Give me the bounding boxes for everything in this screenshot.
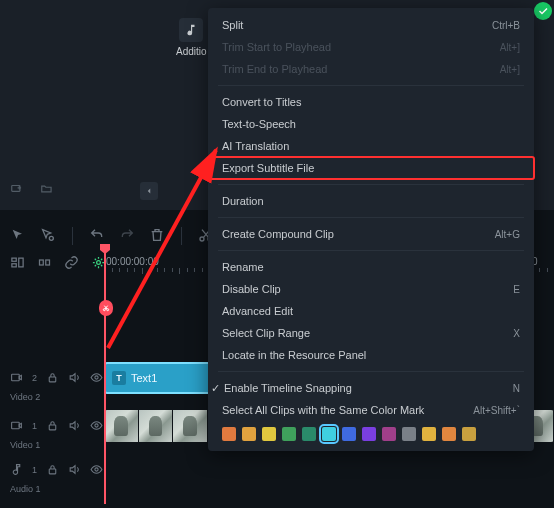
track-label-audio1: Audio 1 [10, 484, 41, 494]
playhead[interactable] [104, 244, 106, 504]
color-swatch[interactable] [222, 427, 236, 441]
ctx-split[interactable]: SplitCtrl+B [208, 14, 534, 36]
color-swatch[interactable] [342, 427, 356, 441]
svg-rect-12 [12, 374, 20, 381]
svg-point-1 [49, 236, 53, 240]
color-swatch[interactable] [322, 427, 336, 441]
ctx-convert-titles[interactable]: Convert to Titles [208, 91, 534, 113]
color-swatch[interactable] [402, 427, 416, 441]
folder-icon[interactable] [40, 182, 54, 198]
ctx-export-subtitle[interactable]: Export Subtitle File [208, 157, 534, 179]
text-clip-icon: T [112, 371, 126, 385]
color-swatch[interactable] [242, 427, 256, 441]
check-icon: ✓ [208, 382, 222, 395]
addition-label: Additio [176, 46, 206, 57]
ctx-trim-start: Trim Start to PlayheadAlt+] [208, 36, 534, 58]
collapse-panel-button[interactable] [140, 182, 158, 200]
color-swatch[interactable] [422, 427, 436, 441]
visibility-icon[interactable] [90, 419, 103, 434]
color-swatch[interactable] [462, 427, 476, 441]
svg-rect-16 [49, 424, 56, 429]
svg-rect-15 [12, 422, 20, 429]
visibility-icon[interactable] [90, 463, 103, 478]
ctx-rename[interactable]: Rename [208, 256, 534, 278]
svg-point-9 [97, 260, 101, 264]
color-swatch[interactable] [442, 427, 456, 441]
track-label-video1: Video 1 [10, 440, 40, 450]
context-menu: SplitCtrl+B Trim Start to PlayheadAlt+] … [208, 8, 534, 451]
track-index: 1 [32, 465, 37, 475]
cut-marker[interactable] [99, 300, 113, 316]
lock-icon[interactable] [46, 463, 59, 478]
ctx-separator [218, 85, 524, 86]
ctx-separator [218, 371, 524, 372]
lock-icon[interactable] [46, 371, 59, 386]
ctx-ai-translation[interactable]: AI Translation [208, 135, 534, 157]
ctx-advanced-edit[interactable]: Advanced Edit [208, 300, 534, 322]
separator [72, 227, 73, 245]
svg-rect-5 [12, 263, 16, 266]
color-swatch[interactable] [362, 427, 376, 441]
color-swatch[interactable] [382, 427, 396, 441]
track-head-video2: 2 [0, 360, 104, 396]
link-icon[interactable] [64, 255, 79, 272]
track-layout-icon[interactable] [10, 255, 25, 272]
ctx-trim-end: Trim End to PlayheadAlt+] [208, 58, 534, 80]
track-label-video2: Video 2 [10, 392, 40, 402]
ctx-disable-clip[interactable]: Disable ClipE [208, 278, 534, 300]
svg-rect-7 [40, 260, 44, 265]
track-index: 1 [32, 421, 37, 431]
color-swatch[interactable] [262, 427, 276, 441]
track-audio1: 1 [0, 456, 554, 484]
new-folder-icon[interactable] [10, 182, 24, 198]
ruler-time-0: 00:00:00:00 [106, 256, 159, 267]
track-index: 2 [32, 373, 37, 383]
video-track-icon[interactable] [10, 419, 23, 434]
music-icon [179, 18, 203, 42]
svg-point-17 [95, 423, 98, 426]
mute-icon[interactable] [68, 463, 81, 478]
ctx-select-same-color[interactable]: Select All Clips with the Same Color Mar… [208, 399, 534, 421]
magnet-icon[interactable] [37, 255, 52, 272]
svg-rect-4 [12, 258, 16, 261]
svg-rect-6 [19, 258, 23, 267]
ctx-separator [218, 217, 524, 218]
audio-track-icon[interactable] [10, 463, 23, 478]
ctx-tts[interactable]: Text-to-Speech [208, 113, 534, 135]
separator [181, 227, 182, 245]
lock-icon[interactable] [46, 419, 59, 434]
svg-rect-18 [49, 468, 56, 473]
ctx-locate-resource[interactable]: Locate in the Resource Panel [208, 344, 534, 366]
svg-point-14 [95, 375, 98, 378]
visibility-icon[interactable] [90, 371, 103, 386]
svg-point-19 [95, 467, 98, 470]
color-swatch[interactable] [302, 427, 316, 441]
svg-rect-8 [46, 260, 50, 265]
status-check-badge [534, 2, 552, 20]
undo-icon[interactable] [89, 227, 105, 245]
track-head-video1: 1 [0, 408, 104, 444]
pointer-tool-icon[interactable] [10, 227, 26, 245]
timeline-view-icons [10, 255, 106, 272]
mute-icon[interactable] [68, 371, 81, 386]
ctx-compound-clip[interactable]: Create Compound ClipAlt+G [208, 223, 534, 245]
ctx-color-swatches [208, 421, 534, 445]
track-head-audio1: 1 [0, 456, 104, 484]
video-track-icon[interactable] [10, 371, 23, 386]
track-body-audio1[interactable] [104, 458, 554, 482]
addition-media-item[interactable]: Additio [176, 18, 206, 57]
delete-icon[interactable] [149, 227, 165, 245]
redo-icon[interactable] [119, 227, 135, 245]
mute-icon[interactable] [68, 419, 81, 434]
color-swatch[interactable] [282, 427, 296, 441]
select-tool-icon[interactable] [40, 227, 56, 245]
text-clip-label: Text1 [131, 372, 157, 384]
svg-rect-13 [49, 376, 56, 381]
ctx-separator [218, 250, 524, 251]
panel-footer-icons [10, 182, 54, 198]
ctx-enable-snapping[interactable]: ✓Enable Timeline SnappingN [208, 377, 534, 399]
ctx-select-clip-range[interactable]: Select Clip RangeX [208, 322, 534, 344]
ctx-separator [218, 184, 524, 185]
ctx-duration[interactable]: Duration [208, 190, 534, 212]
